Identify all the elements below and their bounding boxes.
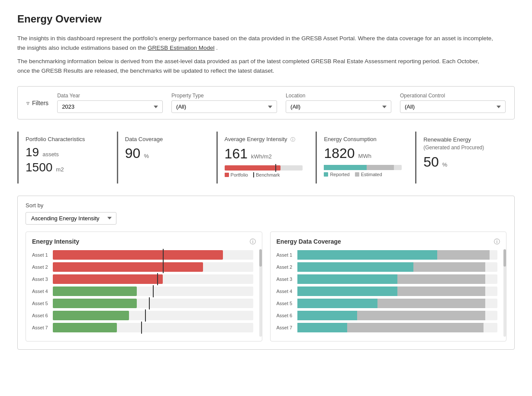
asset-label: Asset 3: [32, 277, 53, 282]
asset-dual-bar: [297, 274, 498, 284]
kpi-energy-consumption-unit: MWh: [358, 153, 371, 159]
teal-bar-part: [297, 287, 397, 296]
gray-bar-part: [347, 323, 484, 332]
energy-coverage-asset-list: Asset 1Asset 2Asset 3Asset 4Asset 5Asset…: [277, 250, 500, 335]
energy-intensity-scrollbar[interactable]: [259, 249, 262, 337]
data-year-select[interactable]: 2023: [57, 100, 163, 113]
energy-consumption-bar: Reported Estimated: [324, 165, 406, 177]
asset-bar-track: [53, 299, 253, 308]
kpi-energy-consumption-value: 1820: [324, 146, 355, 161]
property-type-filter: Property Type (All): [171, 93, 277, 113]
charts-row: Energy Intensity ⓘ Asset 1Asset 2Asset 3…: [26, 232, 506, 341]
avg-energy-benchmark-line: [275, 164, 276, 172]
asset-row: Asset 7: [277, 323, 500, 332]
asset-bar-track: [297, 323, 498, 332]
energy-intensity-chart: Energy Intensity ⓘ Asset 1Asset 2Asset 3…: [26, 232, 262, 341]
asset-row: Asset 4: [32, 287, 256, 296]
kpi-renewable-subtitle: (Generated and Procured): [423, 144, 506, 151]
asset-label: Asset 2: [277, 264, 297, 270]
teal-bar-part: [297, 250, 438, 260]
kpi-coverage-unit: %: [144, 153, 149, 159]
page-title: Energy Overview: [17, 13, 515, 25]
teal-bar-part: [297, 311, 358, 320]
asset-label: Asset 5: [277, 301, 297, 306]
estimated-legend-dot: [355, 172, 359, 177]
asset-bar-track: [53, 323, 253, 332]
asset-bar-track: [297, 262, 498, 272]
asset-row: Asset 6: [277, 311, 500, 320]
sort-section: Sort by Ascending Energy Intensity Desce…: [17, 196, 515, 350]
gresb-estimation-link[interactable]: GRESB Estimation Model: [148, 45, 215, 51]
asset-benchmark-line: [141, 322, 142, 334]
kpi-portfolio-title: Portfolio Characteristics: [26, 136, 108, 142]
asset-bar-fill: [53, 250, 223, 260]
asset-row: Asset 3: [277, 274, 500, 284]
intro-paragraph-1: The insights in this dashboard represent…: [17, 34, 493, 52]
energy-coverage-scrollbar[interactable]: [503, 249, 506, 337]
kpi-portfolio: Portfolio Characteristics 19 assets 1500…: [17, 132, 117, 183]
avg-energy-portfolio-bar: [225, 165, 281, 171]
asset-bar-fill: [53, 262, 203, 272]
asset-label: Asset 7: [32, 325, 53, 330]
asset-label: Asset 2: [32, 264, 53, 270]
avg-energy-info-icon[interactable]: ⓘ: [290, 137, 295, 142]
asset-benchmark-line: [157, 273, 158, 285]
location-select[interactable]: (All): [286, 100, 391, 113]
kpi-avg-energy-unit: kWh/m2: [251, 153, 272, 160]
asset-dual-bar: [297, 323, 498, 332]
energy-coverage-info-icon[interactable]: ⓘ: [494, 238, 500, 246]
asset-bar-track: [53, 287, 253, 296]
asset-dual-bar: [297, 311, 498, 320]
asset-row: Asset 1: [32, 250, 256, 260]
asset-benchmark-line: [145, 309, 146, 322]
reported-legend-label: Reported: [330, 172, 349, 177]
asset-dual-bar: [297, 250, 498, 260]
portfolio-legend-label: Portfolio: [231, 172, 248, 177]
kpi-renewable: Renewable Energy (Generated and Procured…: [415, 132, 515, 183]
asset-bar-track: [53, 250, 253, 260]
gray-bar-part: [437, 250, 489, 260]
asset-label: Asset 6: [277, 313, 297, 318]
energy-coverage-chart: Energy Data Coverage ⓘ Asset 1Asset 2Ass…: [270, 232, 507, 341]
kpi-coverage: Data Coverage 90 %: [117, 132, 216, 183]
teal-bar-part: [297, 274, 397, 284]
asset-bar-fill: [53, 311, 129, 320]
asset-label: Asset 3: [277, 277, 297, 282]
asset-bar-fill: [53, 274, 163, 284]
kpi-portfolio-assets-label: assets: [42, 151, 59, 158]
energy-intensity-info-icon[interactable]: ⓘ: [250, 238, 256, 246]
asset-bar-track: [297, 287, 498, 296]
asset-bar-track: [53, 274, 253, 284]
operational-control-select[interactable]: (All): [400, 100, 506, 113]
asset-dual-bar: [297, 299, 498, 308]
gray-bar-part: [357, 311, 485, 320]
location-filter: Location (All): [286, 93, 391, 113]
kpi-renewable-value: 50: [423, 155, 439, 170]
kpi-energy-consumption: Energy Consumption 1820 MWh Reported Est…: [316, 132, 415, 183]
sort-label: Sort by: [26, 202, 506, 209]
asset-bar-track: [53, 262, 253, 272]
asset-bar-track: [297, 311, 498, 320]
filters-container: ▿ Filters Data Year 2023 Property Type (…: [17, 86, 515, 119]
kpi-row: Portfolio Characteristics 19 assets 1500…: [17, 132, 515, 183]
sort-select[interactable]: Ascending Energy Intensity Descending En…: [26, 212, 116, 225]
asset-bar-track: [297, 299, 498, 308]
energy-coverage-scroll-thumb[interactable]: [503, 249, 506, 267]
asset-bar-track: [297, 250, 498, 260]
energy-coverage-chart-title: Energy Data Coverage: [277, 238, 500, 245]
filter-icon: ▿: [26, 100, 29, 106]
data-year-filter: Data Year 2023: [57, 93, 163, 113]
energy-intensity-scroll-thumb[interactable]: [259, 249, 262, 267]
property-type-select[interactable]: (All): [171, 100, 277, 113]
asset-bar-track: [297, 274, 498, 284]
gray-bar-part: [377, 299, 486, 308]
asset-row: Asset 7: [32, 323, 256, 332]
energy-intensity-asset-list: Asset 1Asset 2Asset 3Asset 4Asset 5Asset…: [32, 250, 256, 335]
asset-row: Asset 2: [277, 262, 500, 272]
operational-control-filter: Operational Control (All): [400, 93, 506, 113]
operational-control-label: Operational Control: [400, 93, 506, 99]
kpi-portfolio-assets-value: 19: [26, 146, 39, 159]
asset-dual-bar: [297, 287, 498, 296]
asset-label: Asset 5: [32, 301, 53, 306]
avg-energy-bar: Portfolio Benchmark: [225, 165, 307, 177]
